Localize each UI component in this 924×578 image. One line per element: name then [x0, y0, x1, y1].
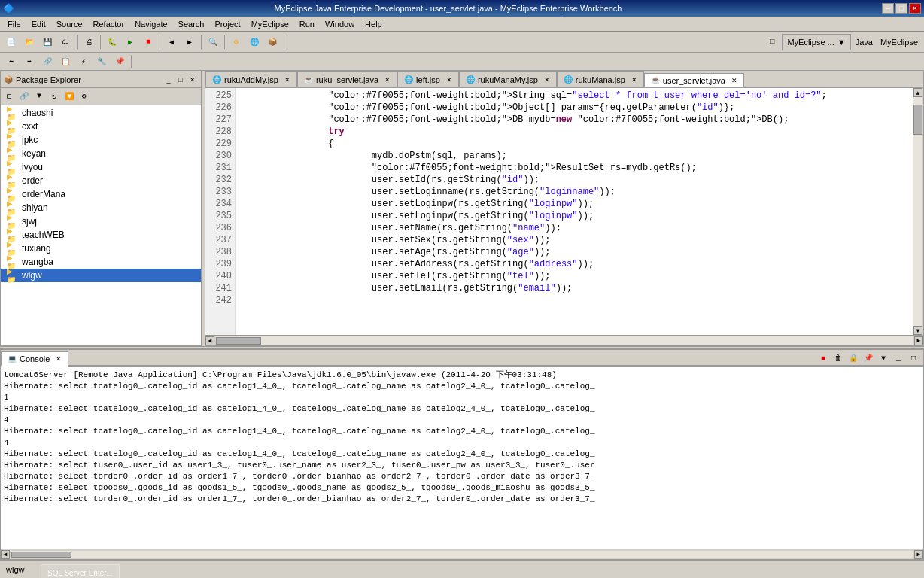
search-button[interactable]: 🔍 — [205, 34, 221, 50]
pe-close[interactable]: ✕ — [187, 75, 198, 85]
tab-left-jsp[interactable]: 🌐left.jsp✕ — [397, 71, 459, 87]
taskbar-item-SQL-Server-Enter...[interactable]: SQL Server Enter... — [41, 564, 120, 578]
pe-refresh[interactable]: ↻ — [47, 90, 61, 103]
chscroll-right[interactable]: ▶ — [914, 550, 923, 559]
pe-maximize[interactable]: □ — [175, 75, 186, 85]
code-line[interactable]: "color:#7f0055;font-weight:bold;">Object… — [242, 102, 907, 114]
menu-item-run[interactable]: Run — [295, 18, 319, 30]
code-line[interactable]: try — [242, 126, 907, 138]
tb2-fwd[interactable]: ➡ — [21, 53, 38, 70]
clear-console-btn[interactable]: 🗑 — [831, 351, 845, 365]
hscroll-left[interactable]: ◀ — [205, 336, 214, 345]
scroll-down-btn[interactable]: ▼ — [913, 326, 922, 335]
console-hscroll[interactable]: ◀ ▶ — [1, 549, 923, 559]
chscroll-thumb[interactable] — [11, 552, 71, 558]
vscrollbar[interactable]: ▲ ▼ — [913, 88, 923, 335]
tab-close-icon[interactable]: ✕ — [446, 76, 452, 84]
menu-item-navigate[interactable]: Navigate — [130, 18, 172, 30]
console-pin-btn[interactable]: 📌 — [862, 351, 875, 365]
tab-close-icon[interactable]: ✕ — [544, 76, 550, 84]
menu-item-refactor[interactable]: Refactor — [89, 18, 129, 30]
tb2-btn3[interactable]: 🔗 — [39, 53, 56, 70]
pe-item-sjwj[interactable]: ▶ 📁sjwj — [1, 214, 201, 228]
maximize-button[interactable]: □ — [895, 3, 907, 14]
code-line[interactable]: user.setLoginpw(rs.getString("loginpw"))… — [242, 198, 907, 210]
console-tab[interactable]: 💻 Console ✕ — [1, 351, 68, 367]
tb2-btn7[interactable]: 📌 — [111, 53, 128, 70]
console-menu-btn[interactable]: ▼ — [877, 351, 890, 365]
menu-item-file[interactable]: File — [3, 18, 26, 30]
code-line[interactable]: "color:#7f0055;font-weight:bold;">String… — [242, 90, 907, 102]
new-button[interactable]: 📄 — [3, 34, 20, 50]
pe-item-cxxt[interactable]: ▶ 📁cxxt — [1, 120, 201, 133]
print-button[interactable]: 🖨 — [81, 34, 97, 50]
stop-console-btn[interactable]: ■ — [816, 351, 830, 365]
tb2-back[interactable]: ⬅ — [3, 53, 20, 70]
menu-item-window[interactable]: Window — [321, 18, 359, 30]
pe-item-teachWEB[interactable]: ▶ 📁teachWEB — [1, 228, 201, 242]
code-line[interactable]: user.setAge(rs.getString("age")); — [242, 246, 907, 258]
pe-item-wangba[interactable]: ▶ 📁wangba — [1, 255, 201, 269]
scroll-up-btn[interactable]: ▲ — [913, 88, 922, 97]
tab-ruku_servlet-java[interactable]: ☕ruku_servlet.java✕ — [297, 71, 397, 87]
tab-rukuAddMy-jsp[interactable]: 🌐rukuAddMy.jsp✕ — [205, 71, 297, 87]
pe-item-tuxiang[interactable]: ▶ 📁tuxiang — [1, 242, 201, 255]
pe-filter[interactable]: 🔽 — [62, 90, 76, 103]
save-button[interactable]: 💾 — [39, 34, 56, 50]
server-button[interactable]: ⚙ — [228, 34, 245, 50]
tab-rukuManaMy-jsp[interactable]: 🌐rukuManaMy.jsp✕ — [459, 71, 557, 87]
code-line[interactable]: mydb.doPstm(sql, params); — [242, 150, 907, 162]
debug-button[interactable]: 🐛 — [104, 34, 120, 50]
console-max-btn[interactable]: □ — [907, 351, 920, 365]
chscroll-left[interactable]: ◀ — [1, 550, 10, 559]
code-line[interactable]: user.setEmail(rs.getString("email")); — [242, 282, 907, 294]
hscroll-thumb[interactable] — [216, 337, 261, 345]
run-button[interactable]: ▶ — [122, 34, 138, 50]
tab-close-icon[interactable]: ✕ — [284, 76, 290, 84]
code-line[interactable]: user.setId(rs.getString("id")); — [242, 174, 907, 186]
code-line[interactable]: user.setLoginpw(rs.getString("loginpw"))… — [242, 210, 907, 222]
code-line[interactable]: user.setAddress(rs.getString("address"))… — [242, 258, 907, 270]
menu-item-project[interactable]: Project — [210, 18, 245, 30]
code-content[interactable]: "color:#7f0055;font-weight:bold;">String… — [236, 88, 913, 335]
code-line[interactable]: user.setLoginname(rs.getString("loginnam… — [242, 186, 907, 198]
code-line[interactable]: "color:#7f0055;font-weight:bold;">DB myd… — [242, 114, 907, 126]
forward-button[interactable]: ▶ — [181, 34, 198, 50]
pe-item-orderMana[interactable]: ▶ 📁orderMana — [1, 187, 201, 201]
menu-item-source[interactable]: Source — [52, 18, 87, 30]
tab-close-icon[interactable]: ✕ — [384, 76, 391, 84]
stop-button[interactable]: ■ — [140, 34, 157, 50]
menu-item-search[interactable]: Search — [174, 18, 209, 30]
pe-item-keyan[interactable]: ▶ 📁keyan — [1, 147, 201, 160]
open-button[interactable]: 📂 — [21, 34, 38, 50]
console-close-icon[interactable]: ✕ — [56, 355, 62, 363]
pe-item-shiyan[interactable]: ▶ 📁shiyan — [1, 201, 201, 214]
tab-close-icon[interactable]: ✕ — [731, 77, 737, 84]
code-line[interactable]: "color:#7f0055;font-weight:bold;">Result… — [242, 162, 907, 174]
close-button[interactable]: ✕ — [909, 3, 921, 14]
pe-minimize[interactable]: _ — [163, 75, 174, 85]
console-min-btn[interactable]: _ — [892, 351, 905, 365]
code-line[interactable]: user.setName(rs.getString("name")); — [242, 222, 907, 234]
scroll-lock-btn[interactable]: 🔒 — [846, 351, 860, 365]
hscroll-right[interactable]: ▶ — [914, 336, 923, 345]
tb2-btn5[interactable]: ⚡ — [75, 53, 92, 70]
server2-button[interactable]: 🌐 — [246, 34, 263, 50]
menu-item-myeclipse[interactable]: MyEclipse — [247, 18, 293, 30]
pe-item-chaoshi[interactable]: ▶ 📁chaoshi — [1, 106, 201, 120]
code-line[interactable]: { — [242, 138, 907, 150]
pe-settings[interactable]: ⚙ — [78, 90, 91, 103]
tab-close-icon[interactable]: ✕ — [631, 76, 637, 84]
code-line[interactable]: user.setTel(rs.getString("tel")); — [242, 270, 907, 282]
myeclipse-combo[interactable]: MyEclipse ... ▼ — [782, 34, 850, 50]
pe-link[interactable]: 🔗 — [17, 90, 31, 103]
tab-user_servlet-java[interactable]: ☕user_servlet.java✕ — [644, 73, 744, 88]
pe-collapse[interactable]: ⊟ — [2, 90, 16, 103]
menu-item-edit[interactable]: Edit — [27, 18, 50, 30]
pe-item-wlgw[interactable]: ▶ 📁wlgw — [1, 269, 201, 282]
pe-item-order[interactable]: ▶ 📁order — [1, 174, 201, 187]
back-button[interactable]: ◀ — [163, 34, 180, 50]
tab-rukuMana-jsp[interactable]: 🌐rukuMana.jsp✕ — [557, 71, 644, 87]
pe-item-lvyou[interactable]: ▶ 📁lvyou — [1, 160, 201, 174]
pe-menu[interactable]: ▼ — [32, 90, 46, 103]
